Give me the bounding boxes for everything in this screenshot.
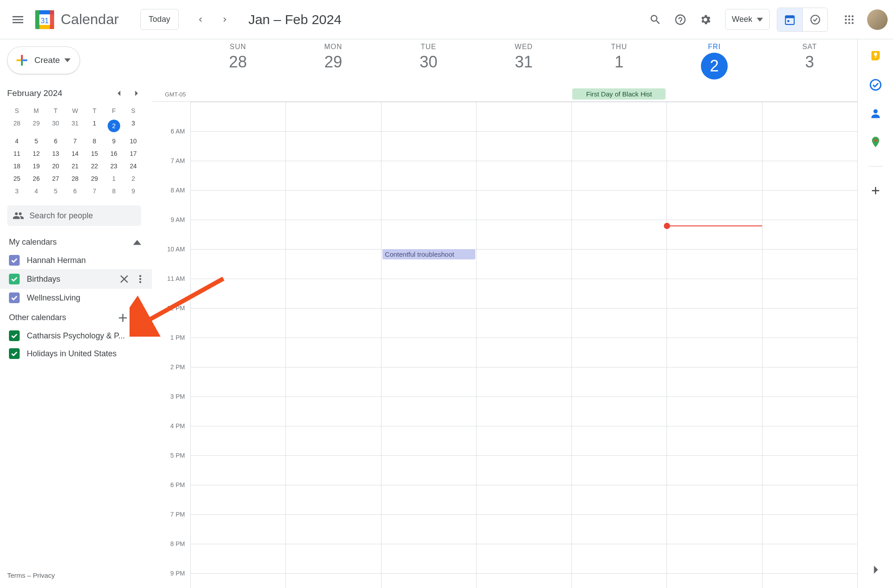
minical-prev-button[interactable] bbox=[113, 87, 126, 100]
support-button[interactable] bbox=[668, 7, 693, 32]
calendar-view-toggle[interactable] bbox=[777, 8, 802, 31]
day-header[interactable]: THU 1 First Day of Black Hist bbox=[571, 39, 667, 101]
minical-day[interactable]: 25 bbox=[7, 172, 26, 185]
calendar-item[interactable]: WellnessLiving bbox=[7, 289, 152, 307]
calendar-checkbox[interactable] bbox=[9, 348, 20, 359]
day-column[interactable] bbox=[667, 102, 762, 588]
settings-button[interactable] bbox=[693, 7, 718, 32]
prev-period-button[interactable] bbox=[189, 9, 211, 30]
contacts-sidebar-button[interactable] bbox=[869, 107, 882, 120]
minical-day[interactable]: 3 bbox=[124, 117, 143, 135]
day-header[interactable]: SAT 3 bbox=[762, 39, 857, 101]
other-calendars-header[interactable]: Other calendars bbox=[7, 307, 152, 327]
minical-day[interactable]: 10 bbox=[124, 135, 143, 147]
day-column[interactable] bbox=[476, 102, 571, 588]
minical-day[interactable]: 9 bbox=[104, 135, 123, 147]
day-header[interactable]: SUN 28 bbox=[190, 39, 285, 101]
caret-down-icon bbox=[64, 57, 71, 63]
minical-day[interactable]: 24 bbox=[124, 160, 143, 172]
minical-day[interactable]: 29 bbox=[26, 117, 46, 135]
minical-day[interactable]: 12 bbox=[26, 147, 46, 160]
minical-day[interactable]: 5 bbox=[46, 185, 65, 197]
minical-day[interactable]: 11 bbox=[7, 147, 26, 160]
calendar-item[interactable]: Holidays in United States bbox=[7, 345, 152, 363]
calendar-remove-button[interactable] bbox=[118, 273, 130, 285]
calendar-item[interactable]: Catharsis Psychology & P... bbox=[7, 327, 152, 345]
minical-day[interactable]: 20 bbox=[46, 160, 65, 172]
minical-day[interactable]: 2 bbox=[104, 117, 123, 135]
minical-day[interactable]: 23 bbox=[104, 160, 123, 172]
minical-day[interactable]: 4 bbox=[7, 135, 26, 147]
calendar-checkbox[interactable] bbox=[9, 255, 20, 266]
view-selector[interactable]: Week bbox=[725, 9, 770, 30]
minical-day[interactable]: 7 bbox=[65, 135, 84, 147]
day-column[interactable] bbox=[762, 102, 857, 588]
minical-day[interactable]: 15 bbox=[85, 147, 104, 160]
minical-day[interactable]: 22 bbox=[85, 160, 104, 172]
day-header[interactable]: MON 29 bbox=[285, 39, 381, 101]
minical-day[interactable]: 4 bbox=[26, 185, 46, 197]
minical-day[interactable]: 18 bbox=[7, 160, 26, 172]
minical-day[interactable]: 9 bbox=[124, 185, 143, 197]
tasks-sidebar-button[interactable] bbox=[869, 79, 882, 91]
next-period-button[interactable] bbox=[214, 9, 236, 30]
minical-day[interactable]: 21 bbox=[65, 160, 84, 172]
add-addon-button[interactable] bbox=[869, 184, 882, 197]
day-column[interactable] bbox=[285, 102, 381, 588]
keep-sidebar-button[interactable] bbox=[869, 50, 882, 63]
minical-day[interactable]: 3 bbox=[7, 185, 26, 197]
minical-day[interactable]: 6 bbox=[46, 135, 65, 147]
calendar-options-button[interactable] bbox=[134, 273, 147, 285]
collapse-sidepanel-button[interactable] bbox=[872, 566, 880, 575]
calendar-checkbox[interactable] bbox=[9, 274, 20, 284]
calendar-item[interactable]: Birthdays bbox=[0, 269, 152, 289]
minical-next-button[interactable] bbox=[130, 87, 143, 100]
calendar-checkbox[interactable] bbox=[9, 292, 20, 303]
today-button[interactable]: Today bbox=[140, 9, 179, 30]
day-column[interactable] bbox=[571, 102, 667, 588]
minical-day[interactable]: 29 bbox=[85, 172, 104, 185]
minical-day[interactable]: 28 bbox=[65, 172, 84, 185]
check-icon bbox=[11, 294, 18, 301]
minical-day[interactable]: 16 bbox=[104, 147, 123, 160]
minical-day[interactable]: 28 bbox=[7, 117, 26, 135]
calendar-event[interactable]: Contentful troubleshoot bbox=[382, 249, 475, 259]
minical-day[interactable]: 8 bbox=[85, 135, 104, 147]
search-button[interactable] bbox=[643, 7, 668, 32]
minical-day[interactable]: 27 bbox=[46, 172, 65, 185]
plus-icon[interactable] bbox=[119, 314, 127, 322]
day-header[interactable]: TUE 30 bbox=[381, 39, 476, 101]
calendar-checkbox[interactable] bbox=[9, 330, 20, 341]
privacy-link[interactable]: Privacy bbox=[33, 571, 55, 579]
day-column[interactable]: Contentful troubleshoot bbox=[381, 102, 476, 588]
terms-link[interactable]: Terms bbox=[7, 571, 25, 579]
minical-day[interactable]: 30 bbox=[46, 117, 65, 135]
allday-event[interactable]: First Day of Black Hist bbox=[572, 88, 666, 100]
minical-day[interactable]: 31 bbox=[65, 117, 84, 135]
minical-day[interactable]: 7 bbox=[85, 185, 104, 197]
minical-day[interactable]: 26 bbox=[26, 172, 46, 185]
minical-day[interactable]: 1 bbox=[85, 117, 104, 135]
google-apps-button[interactable] bbox=[837, 7, 862, 32]
calendar-item[interactable]: Hannah Herman bbox=[7, 251, 152, 269]
search-people-input[interactable]: Search for people bbox=[7, 205, 141, 226]
minical-day[interactable]: 1 bbox=[104, 172, 123, 185]
minical-day[interactable]: 6 bbox=[65, 185, 84, 197]
minical-day[interactable]: 19 bbox=[26, 160, 46, 172]
tasks-view-toggle[interactable] bbox=[802, 8, 827, 31]
account-avatar[interactable] bbox=[867, 9, 888, 30]
minical-day[interactable]: 14 bbox=[65, 147, 84, 160]
create-button[interactable]: Create bbox=[7, 46, 80, 74]
minical-day[interactable]: 2 bbox=[124, 172, 143, 185]
day-header[interactable]: FRI 2 bbox=[667, 39, 762, 101]
day-number: 30 bbox=[381, 53, 476, 71]
maps-sidebar-button[interactable] bbox=[869, 136, 882, 148]
main-menu-button[interactable] bbox=[4, 5, 32, 34]
minical-day[interactable]: 13 bbox=[46, 147, 65, 160]
day-header[interactable]: WED 31 bbox=[476, 39, 571, 101]
my-calendars-header[interactable]: My calendars bbox=[7, 231, 152, 251]
minical-day[interactable]: 17 bbox=[124, 147, 143, 160]
day-column[interactable] bbox=[190, 102, 285, 588]
minical-day[interactable]: 5 bbox=[26, 135, 46, 147]
minical-day[interactable]: 8 bbox=[104, 185, 123, 197]
